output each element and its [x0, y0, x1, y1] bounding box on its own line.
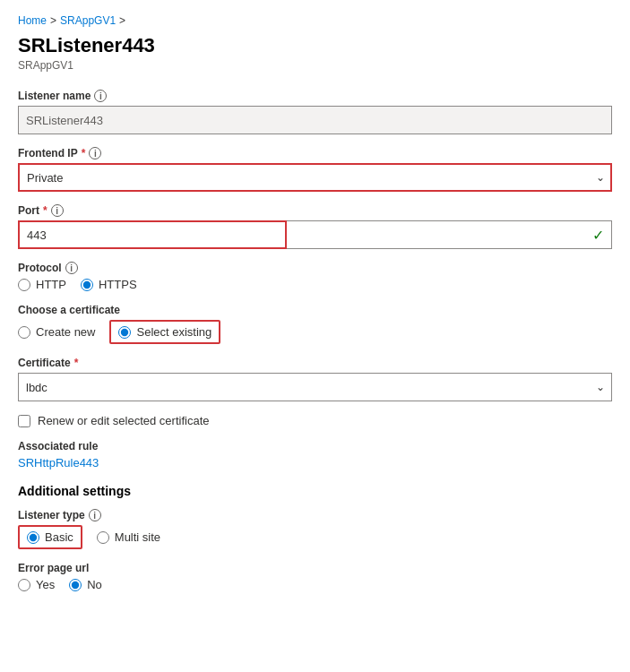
- error-yes-radio[interactable]: [18, 579, 30, 591]
- listener-basic-option[interactable]: Basic: [18, 525, 82, 549]
- associated-rule-link[interactable]: SRHttpRule443: [18, 456, 99, 470]
- error-no-radio[interactable]: [69, 579, 82, 591]
- cert-choice-options: Create new Select existing: [18, 320, 612, 344]
- protocol-http-radio[interactable]: [18, 279, 30, 291]
- frontend-ip-dropdown[interactable]: Private: [18, 163, 612, 192]
- error-no-label: No: [87, 578, 102, 591]
- error-page-url-label: Error page url: [18, 562, 612, 574]
- port-label: Port * i: [18, 204, 612, 217]
- protocol-https-label: HTTPS: [99, 278, 137, 291]
- certificate-dropdown-wrapper: lbdc ⌄: [18, 373, 612, 401]
- frontend-ip-dropdown-wrapper: Private ⌄: [18, 163, 612, 192]
- page-title: SRListener443: [18, 34, 612, 57]
- cert-create-label: Create new: [36, 325, 95, 339]
- renew-cert-row: Renew or edit selected certificate: [18, 414, 612, 427]
- cert-choice-label: Choose a certificate: [18, 304, 612, 316]
- additional-settings-section: Additional settings Listener type i Basi…: [18, 484, 612, 591]
- listener-multisite-option[interactable]: Multi site: [97, 530, 160, 544]
- error-page-url-group: Error page url Yes No: [18, 562, 612, 591]
- port-right-section: ✓: [287, 220, 612, 249]
- certificate-label: Certificate *: [18, 357, 612, 369]
- error-yes-option[interactable]: Yes: [18, 578, 55, 591]
- renew-cert-checkbox[interactable]: [18, 415, 30, 427]
- protocol-https-option[interactable]: HTTPS: [81, 278, 137, 291]
- listener-name-info-icon[interactable]: i: [94, 90, 107, 102]
- port-check-icon: ✓: [592, 227, 604, 244]
- port-info-icon[interactable]: i: [51, 204, 64, 217]
- listener-basic-label: Basic: [45, 530, 73, 544]
- cert-select-radio[interactable]: [118, 326, 131, 339]
- certificate-group: Certificate * lbdc ⌄: [18, 357, 612, 401]
- port-group: Port * i ✓: [18, 204, 612, 249]
- page-subtitle: SRAppGV1: [18, 59, 612, 72]
- frontend-ip-label: Frontend IP * i: [18, 147, 612, 159]
- frontend-ip-group: Frontend IP * i Private ⌄: [18, 147, 612, 192]
- protocol-http-label: HTTP: [36, 278, 66, 291]
- port-input[interactable]: [18, 220, 287, 249]
- cert-create-option[interactable]: Create new: [18, 325, 95, 339]
- certificate-dropdown[interactable]: lbdc: [18, 373, 612, 401]
- cert-choice-group: Choose a certificate Create new Select e…: [18, 304, 612, 344]
- associated-rule-label: Associated rule: [18, 440, 612, 452]
- listener-name-input: [18, 106, 612, 134]
- error-page-url-options: Yes No: [18, 578, 612, 591]
- protocol-https-radio[interactable]: [81, 279, 93, 291]
- breadcrumb-sep2: >: [119, 14, 125, 27]
- breadcrumb-app[interactable]: SRAppGV1: [60, 14, 116, 27]
- renew-cert-label: Renew or edit selected certificate: [38, 414, 209, 427]
- listener-multisite-radio[interactable]: [97, 531, 109, 544]
- breadcrumb: Home > SRAppGV1 >: [18, 14, 612, 27]
- listener-name-label: Listener name i: [18, 90, 612, 102]
- listener-type-options: Basic Multi site: [18, 525, 612, 549]
- additional-settings-heading: Additional settings: [18, 484, 612, 498]
- listener-type-label: Listener type i: [18, 509, 612, 521]
- listener-type-info-icon[interactable]: i: [89, 509, 101, 521]
- frontend-ip-info-icon[interactable]: i: [89, 147, 101, 159]
- associated-rule-group: Associated rule SRHttpRule443: [18, 440, 612, 470]
- protocol-group: Protocol i HTTP HTTPS: [18, 262, 612, 291]
- error-yes-label: Yes: [36, 578, 55, 591]
- protocol-options: HTTP HTTPS: [18, 278, 612, 291]
- breadcrumb-home[interactable]: Home: [18, 14, 47, 27]
- listener-basic-radio[interactable]: [27, 531, 39, 544]
- listener-name-group: Listener name i: [18, 90, 612, 134]
- protocol-info-icon[interactable]: i: [65, 262, 78, 274]
- protocol-label: Protocol i: [18, 262, 612, 274]
- breadcrumb-sep1: >: [50, 14, 56, 27]
- cert-select-option[interactable]: Select existing: [109, 320, 220, 344]
- port-wrapper: ✓: [18, 220, 612, 249]
- listener-type-group: Listener type i Basic Multi site: [18, 509, 612, 549]
- cert-create-radio[interactable]: [18, 326, 30, 339]
- cert-select-label: Select existing: [136, 325, 211, 339]
- error-no-option[interactable]: No: [69, 578, 102, 591]
- listener-multisite-label: Multi site: [115, 530, 160, 544]
- protocol-http-option[interactable]: HTTP: [18, 278, 66, 291]
